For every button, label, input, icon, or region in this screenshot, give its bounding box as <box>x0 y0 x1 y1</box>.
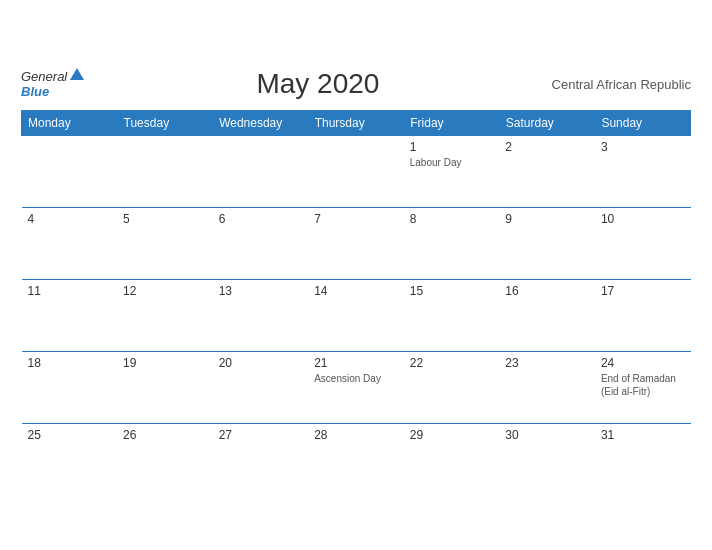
calendar-header: General Blue May 2020 Central African Re… <box>21 68 691 100</box>
day-number: 5 <box>123 212 207 226</box>
calendar-week-row: 18192021Ascension Day222324End of Ramada… <box>22 352 691 424</box>
calendar-week-row: 1Labour Day23 <box>22 136 691 208</box>
logo-triangle-icon <box>70 68 84 80</box>
calendar-body: 1Labour Day23456789101112131415161718192… <box>22 136 691 482</box>
table-cell: 1Labour Day <box>404 136 500 208</box>
col-saturday: Saturday <box>499 111 595 136</box>
table-cell: 22 <box>404 352 500 424</box>
logo-blue-text: Blue <box>21 85 84 99</box>
day-number: 2 <box>505 140 589 154</box>
event-name: End of Ramadan (Eid al-Fitr) <box>601 372 685 398</box>
table-cell: 19 <box>117 352 213 424</box>
day-number: 30 <box>505 428 589 442</box>
day-number: 1 <box>410 140 494 154</box>
table-cell: 9 <box>499 208 595 280</box>
day-number: 22 <box>410 356 494 370</box>
calendar-week-row: 25262728293031 <box>22 424 691 482</box>
day-number: 28 <box>314 428 398 442</box>
col-monday: Monday <box>22 111 118 136</box>
table-cell: 24End of Ramadan (Eid al-Fitr) <box>595 352 691 424</box>
logo: General Blue <box>21 69 84 99</box>
day-number: 16 <box>505 284 589 298</box>
table-cell: 8 <box>404 208 500 280</box>
table-cell: 12 <box>117 280 213 352</box>
calendar-wrapper: General Blue May 2020 Central African Re… <box>11 58 701 492</box>
day-number: 10 <box>601 212 685 226</box>
table-cell: 28 <box>308 424 404 482</box>
day-number: 19 <box>123 356 207 370</box>
calendar-week-row: 45678910 <box>22 208 691 280</box>
calendar-header-row: Monday Tuesday Wednesday Thursday Friday… <box>22 111 691 136</box>
table-cell <box>308 136 404 208</box>
table-cell: 16 <box>499 280 595 352</box>
day-number: 24 <box>601 356 685 370</box>
day-number: 13 <box>219 284 303 298</box>
table-cell: 27 <box>213 424 309 482</box>
table-cell: 11 <box>22 280 118 352</box>
day-number: 4 <box>28 212 112 226</box>
table-cell: 13 <box>213 280 309 352</box>
table-cell: 10 <box>595 208 691 280</box>
calendar-week-row: 11121314151617 <box>22 280 691 352</box>
col-friday: Friday <box>404 111 500 136</box>
day-number: 9 <box>505 212 589 226</box>
day-number: 27 <box>219 428 303 442</box>
table-cell: 2 <box>499 136 595 208</box>
day-number: 31 <box>601 428 685 442</box>
table-cell <box>22 136 118 208</box>
day-number: 8 <box>410 212 494 226</box>
day-number: 7 <box>314 212 398 226</box>
table-cell: 20 <box>213 352 309 424</box>
day-number: 11 <box>28 284 112 298</box>
day-number: 23 <box>505 356 589 370</box>
table-cell: 7 <box>308 208 404 280</box>
day-number: 6 <box>219 212 303 226</box>
table-cell: 18 <box>22 352 118 424</box>
table-cell: 6 <box>213 208 309 280</box>
day-number: 14 <box>314 284 398 298</box>
col-sunday: Sunday <box>595 111 691 136</box>
day-number: 17 <box>601 284 685 298</box>
day-number: 25 <box>28 428 112 442</box>
table-cell: 14 <box>308 280 404 352</box>
month-title: May 2020 <box>256 68 379 100</box>
day-number: 18 <box>28 356 112 370</box>
table-cell: 29 <box>404 424 500 482</box>
table-cell: 26 <box>117 424 213 482</box>
day-number: 15 <box>410 284 494 298</box>
table-cell: 3 <box>595 136 691 208</box>
col-thursday: Thursday <box>308 111 404 136</box>
table-cell: 31 <box>595 424 691 482</box>
table-cell: 25 <box>22 424 118 482</box>
calendar-table: Monday Tuesday Wednesday Thursday Friday… <box>21 110 691 482</box>
col-wednesday: Wednesday <box>213 111 309 136</box>
table-cell: 15 <box>404 280 500 352</box>
table-cell: 5 <box>117 208 213 280</box>
table-cell: 17 <box>595 280 691 352</box>
event-name: Ascension Day <box>314 372 398 385</box>
table-cell: 21Ascension Day <box>308 352 404 424</box>
col-tuesday: Tuesday <box>117 111 213 136</box>
event-name: Labour Day <box>410 156 494 169</box>
table-cell: 4 <box>22 208 118 280</box>
day-number: 12 <box>123 284 207 298</box>
table-cell: 30 <box>499 424 595 482</box>
day-number: 29 <box>410 428 494 442</box>
country-name: Central African Republic <box>552 77 691 92</box>
table-cell <box>117 136 213 208</box>
day-number: 3 <box>601 140 685 154</box>
logo-general-text: General <box>21 70 67 84</box>
day-number: 26 <box>123 428 207 442</box>
table-cell: 23 <box>499 352 595 424</box>
day-number: 20 <box>219 356 303 370</box>
table-cell <box>213 136 309 208</box>
day-number: 21 <box>314 356 398 370</box>
